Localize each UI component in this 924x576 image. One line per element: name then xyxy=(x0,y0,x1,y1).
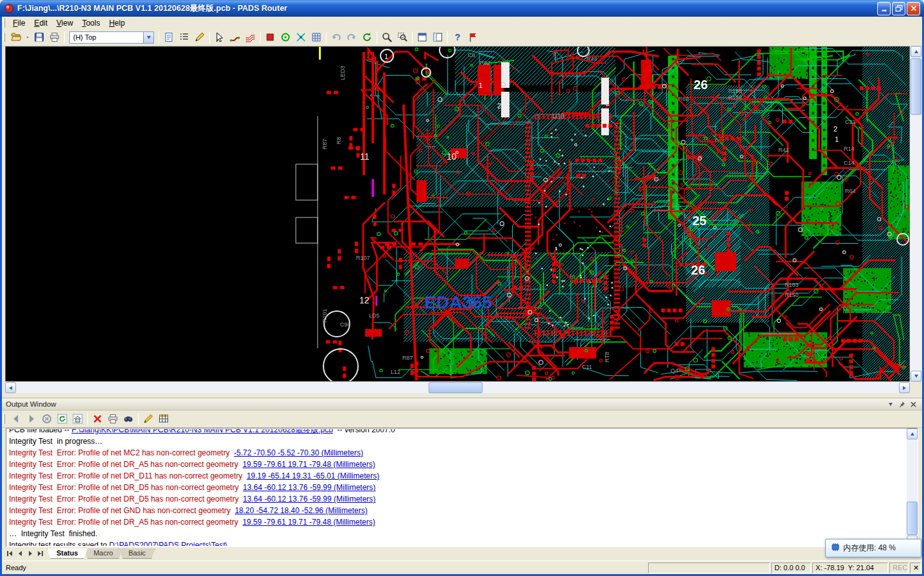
window-title: F:\Jiang\...\R210-N3 MAIN PCB V1.1 20120… xyxy=(17,3,872,14)
output-forward-icon[interactable] xyxy=(24,412,39,426)
toolbar-separator xyxy=(412,31,413,44)
toolbar-separator xyxy=(209,31,210,44)
output-back-icon[interactable] xyxy=(8,412,24,426)
toolbar-redo-icon[interactable] xyxy=(344,30,359,44)
pcb-canvas-area[interactable] xyxy=(5,46,910,382)
output-menu-button[interactable] xyxy=(886,400,895,409)
output-separator xyxy=(87,413,88,425)
toolbar-grid-icon[interactable] xyxy=(309,30,324,44)
tab-status[interactable]: Status xyxy=(47,548,88,559)
menu-grip[interactable] xyxy=(3,18,5,28)
layer-selector-dropdown-icon[interactable] xyxy=(143,32,153,43)
scroll-right-button[interactable] xyxy=(899,382,910,393)
toolbar-open-icon[interactable] xyxy=(8,30,24,44)
toolbar-caret-icon[interactable] xyxy=(24,30,31,44)
output-link[interactable]: F:\Jiang\KK\PCB\MAIN PCB\R210-N3 MAIN PC… xyxy=(71,429,333,434)
menu-item-view[interactable]: View xyxy=(52,17,78,29)
toolbar-help-icon[interactable]: ? xyxy=(450,30,465,44)
toolbar-undo-icon[interactable] xyxy=(329,30,344,44)
output-home-icon[interactable] xyxy=(70,412,85,426)
toolbar-route-icon[interactable] xyxy=(227,30,243,44)
output-link[interactable]: 13.64 -60.12 13.76 -59.99 (Millimeters) xyxy=(243,483,376,492)
tab-basic[interactable]: Basic xyxy=(119,548,155,559)
output-vertical-scrollbar[interactable] xyxy=(907,428,918,546)
toolbar-window-icon[interactable] xyxy=(415,30,430,44)
scroll-left-button[interactable] xyxy=(5,382,16,393)
output-pen-icon[interactable] xyxy=(141,412,156,426)
toolbar-list-icon[interactable] xyxy=(176,30,192,44)
menu-item-tools[interactable]: Tools xyxy=(78,17,105,29)
toolbar-print-icon[interactable] xyxy=(47,30,62,44)
output-pin-button[interactable] xyxy=(897,400,907,409)
output-link[interactable]: 19.59 -79.61 19.71 -79.48 (Millimeters) xyxy=(243,460,375,469)
output-scroll-up-button[interactable] xyxy=(907,428,918,439)
output-line: Integrity Test Error: Profile of net DR_… xyxy=(9,482,905,493)
output-refresh-box-icon[interactable] xyxy=(55,412,70,426)
toolbar-zoom-icon[interactable] xyxy=(379,30,395,44)
toolbar-pencil-icon[interactable] xyxy=(192,30,207,44)
output-link[interactable]: 19.59 -79.61 19.71 -79.48 (Millimeters) xyxy=(243,518,375,527)
output-text: Integrity Test Error: Profile of net MC2… xyxy=(9,448,234,457)
toolbar-bus-icon[interactable] xyxy=(243,30,258,44)
tab-scroll-first-button[interactable] xyxy=(4,548,15,558)
scroll-down-button[interactable] xyxy=(911,371,921,382)
restore-button[interactable] xyxy=(892,2,905,15)
canvas-horizontal-scrollbar[interactable] xyxy=(5,382,910,393)
toolbar-save-icon[interactable] xyxy=(31,30,47,44)
output-window-titlebar[interactable]: Output Window xyxy=(2,398,922,411)
window-border-left xyxy=(0,17,2,574)
horizontal-scroll-thumb[interactable] xyxy=(429,382,483,393)
menu-item-edit[interactable]: Edit xyxy=(30,17,52,29)
output-scroll-thumb[interactable] xyxy=(907,502,918,535)
menu-item-file[interactable]: File xyxy=(8,17,30,29)
vertical-scroll-thumb[interactable] xyxy=(911,58,921,115)
output-line: Integrity Test Error: Profile of net DR_… xyxy=(9,516,905,528)
output-stop-circle-icon[interactable] xyxy=(39,412,55,426)
output-line: Integrity Test Error: Profile of net DR_… xyxy=(9,459,905,470)
tab-scroll-next-button[interactable] xyxy=(25,548,35,558)
output-close-button[interactable] xyxy=(909,400,918,409)
output-delete-icon[interactable] xyxy=(90,412,105,426)
tab-scroll-last-button[interactable] xyxy=(35,548,46,558)
layer-selector[interactable]: (H) Top xyxy=(69,31,154,44)
output-line: Integrity Test Error: Profile of net DR_… xyxy=(9,493,905,505)
output-find-icon[interactable] xyxy=(121,412,136,426)
close-button[interactable] xyxy=(907,2,920,15)
toolbar-page-icon[interactable] xyxy=(161,30,176,44)
tab-scroll-prev-button[interactable] xyxy=(15,548,25,558)
output-link[interactable]: 18.20 -54.72 18.40 -52.96 (Millimeters) xyxy=(235,506,368,515)
toolbar-net-icon[interactable] xyxy=(293,30,309,44)
output-print-icon[interactable] xyxy=(105,412,121,426)
tab-macro[interactable]: Macro xyxy=(84,548,123,559)
toolbar-probe-icon[interactable] xyxy=(278,30,293,44)
toolbar-flag-icon[interactable] xyxy=(465,30,481,44)
output-link[interactable]: -5.72 -70.50 -5.52 -70.30 (Millimeters) xyxy=(234,448,363,457)
toolbar-zoom-box-icon[interactable] xyxy=(395,30,410,44)
output-text: Integrity Test Error: Profile of net DR_… xyxy=(9,495,243,504)
memory-usage-tooltip: 内存使用: 48 % xyxy=(825,539,921,557)
output-toolbar-grip[interactable] xyxy=(3,414,5,424)
canvas-vertical-scrollbar[interactable] xyxy=(911,46,921,382)
output-text: Integrity Test in progress… xyxy=(9,437,103,446)
output-log[interactable]: PCB file loaded -- F:\Jiang\KK\PCB\MAIN … xyxy=(6,428,918,547)
scroll-up-button[interactable] xyxy=(911,46,921,57)
menu-item-help[interactable]: Help xyxy=(105,17,130,29)
status-bar: Ready D: 0.0 0.0X: -78.19 Y: 21.04REC✕ xyxy=(2,561,922,574)
minimize-button[interactable] xyxy=(877,2,891,15)
menu-bar: FileEditViewToolsHelp xyxy=(2,17,922,29)
toolbar-pointer-icon[interactable] xyxy=(212,30,227,44)
toolbar-separator xyxy=(260,31,261,44)
output-link[interactable]: 13.64 -60.12 13.76 -59.99 (Millimeters) xyxy=(243,495,376,504)
output-text: Integrity Test Error: Profile of net DR_… xyxy=(9,518,243,527)
toolbar-refresh-icon[interactable] xyxy=(359,30,375,44)
toolbar-grip[interactable] xyxy=(3,33,5,42)
toolbar-separator xyxy=(158,31,159,44)
toolbar-panel-icon[interactable] xyxy=(430,30,445,44)
pcb-view[interactable] xyxy=(6,47,909,381)
output-text: Integrity Test Error: Profile of net DR_… xyxy=(9,483,243,492)
output-link[interactable]: 19.19 -65.14 19.31 -65.01 (Millimeters) xyxy=(246,471,379,480)
status-panel-message xyxy=(648,563,770,573)
output-table-icon[interactable] xyxy=(156,412,171,426)
toolbar-stop-icon[interactable] xyxy=(262,30,278,44)
output-link[interactable]: D:\PADS2007\PADS Projects\Test\ xyxy=(109,541,227,546)
